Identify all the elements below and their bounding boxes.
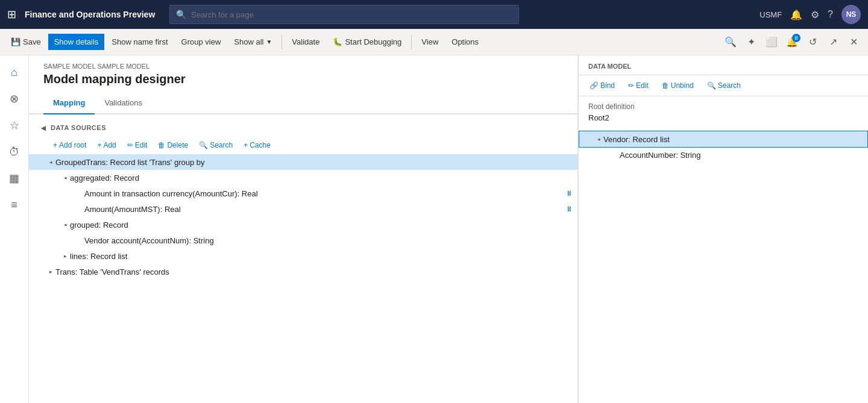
toolbar-separator-2 <box>411 35 412 49</box>
add-button[interactable]: + Add <box>92 139 121 152</box>
bug-icon: 🐛 <box>333 37 342 46</box>
tree-item-grouped-trans[interactable]: ◂ GroupedTrans: Record list 'Trans' grou… <box>29 154 577 170</box>
top-nav: ⊞ Finance and Operations Preview 🔍 USMF … <box>0 0 868 29</box>
right-panel: DATA MODEL 🔗 Bind ✏ Edit 🗑 Unbind 🔍 Sear… <box>579 55 868 403</box>
dm-edit-icon: ✏ <box>628 81 634 90</box>
search-bar: 🔍 <box>169 5 519 24</box>
cache-icon: + <box>244 141 248 149</box>
sidebar-favorites-icon[interactable]: ☆ <box>2 113 27 137</box>
trans-expand[interactable]: ▸ <box>46 267 55 276</box>
amount-cur-label: Amount in transaction currency(AmountCur… <box>84 189 565 198</box>
show-name-first-button[interactable]: Show name first <box>105 34 174 50</box>
close-icon[interactable]: ✕ <box>844 33 863 52</box>
notification-icon[interactable]: 🔔 8 <box>782 33 802 52</box>
data-sources-collapse-btn[interactable]: ◀ <box>39 123 48 133</box>
content-area: SAMPLE MODEL SAMPLE MODEL Model mapping … <box>29 55 868 403</box>
data-model-tree: ◂ Vendor: Record list AccountNumber: Str… <box>579 128 868 403</box>
avatar[interactable]: NS <box>841 5 861 24</box>
tree-item-trans[interactable]: ▸ Trans: Table 'VendTrans' records <box>29 264 577 280</box>
gear-icon[interactable]: ⚙ <box>811 9 819 20</box>
top-nav-right: USMF 🔔 ⚙ ? NS <box>760 5 861 24</box>
tree-item-aggregated[interactable]: ◂ aggregated: Record <box>29 170 577 186</box>
root-definition-value: Root2 <box>588 113 858 122</box>
show-details-button[interactable]: Show details <box>48 34 105 50</box>
view-button[interactable]: View <box>415 34 444 50</box>
add-icon: + <box>97 141 101 149</box>
sidebar-filter-icon[interactable]: ⊗ <box>2 87 27 111</box>
vendor-account-spacer <box>75 236 84 245</box>
grouped-expand[interactable]: ◂ <box>60 220 70 230</box>
dm-edit-button[interactable]: ✏ Edit <box>622 79 655 92</box>
help-icon[interactable]: ? <box>828 9 833 20</box>
data-model-toolbar: 🔗 Bind ✏ Edit 🗑 Unbind 🔍 Search <box>579 75 868 96</box>
tab-validations[interactable]: Validations <box>95 93 152 114</box>
save-button[interactable]: 💾 Save <box>5 34 47 50</box>
breadcrumb: SAMPLE MODEL SAMPLE MODEL <box>43 63 563 70</box>
edit-button[interactable]: ✏ Edit <box>122 139 153 152</box>
sidebar-home-icon[interactable]: ⌂ <box>2 60 27 84</box>
search-button[interactable]: 🔍 Search <box>194 139 237 152</box>
tree-item-vendor-account[interactable]: Vendor account(AccountNum): String <box>29 233 577 248</box>
add-root-icon: + <box>53 141 57 149</box>
page-title: Model mapping designer <box>43 72 563 86</box>
add-root-button[interactable]: + Add root <box>48 139 91 152</box>
root-definition-section: Root definition Root2 <box>579 96 868 128</box>
aggregated-label: aggregated: Record <box>70 173 577 183</box>
share-icon[interactable]: ↗ <box>823 33 843 52</box>
grouped-trans-expand[interactable]: ◂ <box>46 157 55 167</box>
grouped-label: grouped: Record <box>70 220 577 230</box>
personalize-icon[interactable]: ✦ <box>741 33 761 52</box>
sidebar-history-icon[interactable]: ⏱ <box>2 140 27 164</box>
company-label: USMF <box>760 10 782 19</box>
tree-item-lines[interactable]: ▸ lines: Record list <box>29 248 577 264</box>
grouped-trans-label: GroupedTrans: Record list 'Trans' group … <box>55 158 577 167</box>
sidebar-modules-icon[interactable]: ≡ <box>2 193 27 217</box>
data-sources-tree: ◂ GroupedTrans: Record list 'Trans' grou… <box>29 154 577 280</box>
tree-item-grouped[interactable]: ◂ grouped: Record <box>29 217 577 233</box>
toolbar-separator-1 <box>281 35 282 49</box>
amount-cur-spacer <box>75 189 84 198</box>
bind-button[interactable]: 🔗 Bind <box>583 79 621 92</box>
search-icon-top: 🔍 <box>176 10 186 19</box>
start-debugging-button[interactable]: 🐛 Start Debugging <box>327 34 407 50</box>
search-input[interactable] <box>191 10 512 19</box>
vendor-account-label: Vendor account(AccountNum): String <box>84 236 577 245</box>
tree-item-amount-cur[interactable]: Amount in transaction currency(AmountCur… <box>29 186 577 201</box>
bell-icon[interactable]: 🔔 <box>790 9 802 20</box>
lines-label: lines: Record list <box>70 252 577 261</box>
save-icon: 💾 <box>11 37 20 46</box>
bind-icon: 🔗 <box>590 81 599 90</box>
unbind-button[interactable]: 🗑 Unbind <box>656 79 700 92</box>
aggregated-expand[interactable]: ◂ <box>60 173 70 183</box>
unbind-icon: 🗑 <box>662 81 669 90</box>
root-definition-label: Root definition <box>588 102 858 111</box>
tabs: Mapping Validations <box>29 93 577 114</box>
tree-item-amount-mst[interactable]: Amount(AmountMST): Real ⏸ <box>29 201 577 217</box>
left-sidebar: ⌂ ⊗ ☆ ⏱ ▦ ≡ <box>0 55 29 403</box>
group-view-button[interactable]: Group view <box>175 34 227 50</box>
right-tree-item-account-number[interactable]: AccountNumber: String <box>579 148 868 163</box>
delete-button[interactable]: 🗑 Delete <box>153 139 193 152</box>
section-container: ◀ DATA SOURCES + Add root + Add ✏ E <box>29 114 577 403</box>
lines-expand[interactable]: ▸ <box>60 251 70 261</box>
dm-search-button[interactable]: 🔍 Search <box>701 79 747 92</box>
options-button[interactable]: Options <box>445 34 485 50</box>
tab-mapping[interactable]: Mapping <box>43 93 95 114</box>
search-toolbar-icon[interactable]: 🔍 <box>721 33 740 52</box>
main-layout: ⌂ ⊗ ☆ ⏱ ▦ ≡ SAMPLE MODEL SAMPLE MODEL Mo… <box>0 55 868 403</box>
data-sources-header: ◀ DATA SOURCES <box>29 119 577 136</box>
validate-button[interactable]: Validate <box>286 34 326 50</box>
show-all-button[interactable]: Show all ▼ <box>228 34 278 50</box>
dm-search-icon: 🔍 <box>707 81 716 90</box>
account-number-label: AccountNumber: String <box>620 151 863 160</box>
vendor-expand[interactable]: ◂ <box>594 134 603 144</box>
fullscreen-icon[interactable]: ⬜ <box>762 33 781 52</box>
connector-line-1: ⏸ <box>565 189 573 198</box>
right-tree-item-vendor[interactable]: ◂ Vendor: Record list <box>579 131 868 148</box>
delete-icon: 🗑 <box>158 141 165 149</box>
sidebar-workspaces-icon[interactable]: ▦ <box>2 166 27 190</box>
grid-icon[interactable]: ⊞ <box>7 8 16 21</box>
amount-mst-spacer <box>75 204 84 214</box>
refresh-icon[interactable]: ↺ <box>803 33 822 52</box>
cache-button[interactable]: + Cache <box>239 139 275 152</box>
